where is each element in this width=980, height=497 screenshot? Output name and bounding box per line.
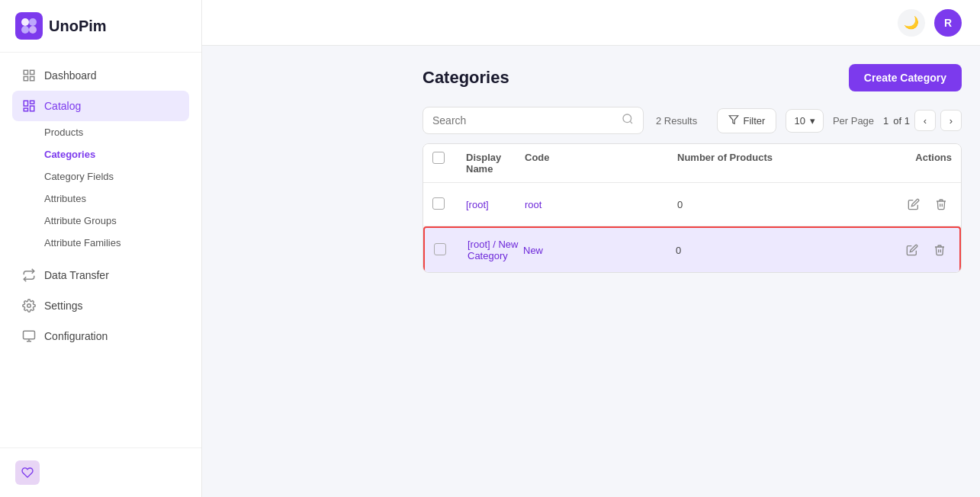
row2-code: New [523,245,676,256]
svg-point-2 [29,18,37,26]
svg-rect-6 [31,70,34,74]
sidebar-item-dashboard[interactable]: Dashboard [6,60,195,91]
page-next-button[interactable]: › [940,110,962,131]
svg-point-4 [29,26,37,34]
row2-checkbox[interactable] [434,243,446,255]
per-page-label: Per Page [833,115,874,127]
results-count: 2 Results [656,115,697,127]
main-content: Categories Create Category 2 Results Fil… [404,46,980,497]
svg-point-17 [623,114,631,123]
sidebar-item-settings[interactable]: Settings [6,290,195,321]
subnav-attribute-families[interactable]: Attribute Families [44,232,195,254]
page-prev-button[interactable]: ‹ [914,110,936,131]
sidebar-bottom [0,447,201,497]
svg-rect-7 [24,77,27,81]
svg-rect-0 [15,12,43,40]
row1-num-products: 0 [677,199,845,210]
row1-edit-button[interactable] [903,194,924,215]
col-display-name: Display Name [466,152,525,175]
subnav-attribute-groups[interactable]: Attribute Groups [44,210,195,232]
header-checkbox[interactable] [432,152,445,164]
filter-icon [728,114,739,127]
subnav-categories[interactable]: Categories [44,143,195,165]
chevron-down-icon: ▾ [810,115,815,127]
theme-toggle-button[interactable]: 🌙 [898,9,925,37]
search-box[interactable] [423,107,644,134]
row2-num-products: 0 [676,245,843,256]
svg-point-3 [21,26,29,34]
config-icon [21,329,37,344]
catalog-icon [21,98,37,114]
svg-rect-12 [24,108,27,111]
col-code: Code [525,152,677,175]
col-checkbox [432,152,466,175]
subnav-attributes[interactable]: Attributes [44,188,195,210]
page-of: of 1 [893,115,910,127]
per-page-select[interactable]: 10 ▾ [786,109,823,133]
toolbar-left: 2 Results [423,107,697,134]
table-row: [root] / New Category New 0 [423,226,961,272]
sidebar-item-data-transfer-label: Data Transfer [44,269,109,281]
row2-display-name[interactable]: [root] / New Category [468,239,523,261]
sidebar-item-configuration-label: Configuration [44,330,108,342]
svg-rect-11 [31,106,34,111]
row2-edit-button[interactable] [901,239,923,261]
row2-actions [843,239,950,261]
row2-delete-button[interactable] [929,239,950,261]
sidebar: UnoPim Dashboard Catalog Products Catego… [0,0,202,497]
logo-area: UnoPim [0,0,201,53]
pagination: 1 of 1 ‹ › [883,110,962,131]
user-avatar[interactable]: R [934,9,962,37]
dashboard-icon [21,68,37,83]
page-title: Categories [423,68,509,88]
catalog-subnav: Products Categories Category Fields Attr… [6,121,195,254]
row1-checkbox-cell [432,197,466,212]
subnav-category-fields[interactable]: Category Fields [44,165,195,188]
subnav-products[interactable]: Products [44,121,195,143]
svg-marker-19 [729,115,738,123]
transfer-icon [21,268,37,283]
filter-label: Filter [744,115,766,127]
sidebar-item-catalog[interactable]: Catalog [12,91,189,121]
sidebar-item-dashboard-label: Dashboard [44,69,97,82]
col-num-products: Number of Products [677,152,845,175]
col-actions: Actions [845,152,952,175]
page-header: Categories Create Category [423,64,962,91]
sidebar-item-data-transfer[interactable]: Data Transfer [6,260,195,290]
svg-rect-9 [24,101,27,106]
toolbar-right: Filter 10 ▾ Per Page 1 of 1 ‹ › [717,108,962,133]
svg-rect-5 [24,70,27,74]
svg-rect-8 [31,77,34,81]
sidebar-item-configuration[interactable]: Configuration [6,321,195,351]
per-page-value: 10 [794,115,805,127]
row1-display-name[interactable]: [root] [466,199,525,210]
bottom-icon [15,460,40,485]
svg-point-13 [27,304,31,308]
row1-checkbox[interactable] [432,197,445,210]
row1-actions [845,194,952,215]
svg-line-18 [630,121,632,123]
categories-table: Display Name Code Number of Products Act… [423,143,962,273]
sidebar-item-catalog-label: Catalog [44,100,81,112]
app-name: UnoPim [49,18,107,35]
app-logo [15,12,43,40]
toolbar: 2 Results Filter 10 ▾ Per Page 1 of 1 ‹ … [423,107,962,134]
filter-button[interactable]: Filter [717,108,777,133]
search-input[interactable] [432,114,615,127]
create-category-button[interactable]: Create Category [849,64,962,91]
svg-rect-14 [24,331,35,339]
sidebar-item-settings-label: Settings [44,300,83,312]
row1-delete-button[interactable] [930,194,952,215]
settings-icon [21,298,37,313]
svg-point-1 [21,18,29,26]
svg-rect-10 [31,101,34,104]
row2-checkbox-cell [434,243,468,258]
row1-code: root [525,199,677,210]
table-header: Display Name Code Number of Products Act… [423,144,961,183]
topbar: 🌙 R [202,0,980,46]
search-icon [622,113,634,128]
page-current: 1 [883,115,888,127]
table-row: [root] root 0 [423,183,961,226]
